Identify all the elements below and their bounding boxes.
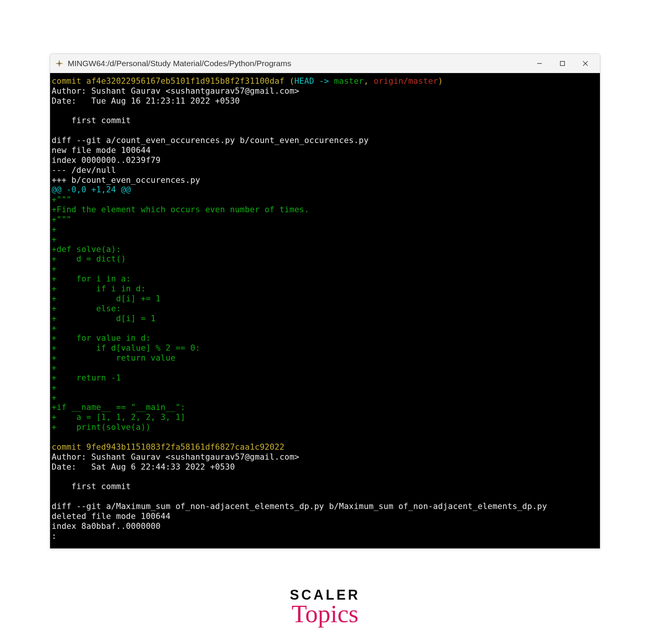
added-line: + <box>52 224 57 234</box>
commit-line: commit af4e32022956167eb5101f1d915b8f2f3… <box>52 76 443 86</box>
window-title: MINGW64:/d/Personal/Study Material/Codes… <box>68 59 291 68</box>
commit-line: commit 9fed943b1151083f2fa58161df6827caa… <box>52 442 284 452</box>
diff-header: diff --git a/count_even_occurences.py b/… <box>52 135 369 145</box>
author-line: Author: Sushant Gaurav <sushantgaurav57@… <box>52 452 299 462</box>
added-line: + else: <box>52 304 121 313</box>
terminal-window: MINGW64:/d/Personal/Study Material/Codes… <box>50 54 600 549</box>
added-line: + print(solve(a)) <box>52 422 151 432</box>
added-line: +""" <box>52 215 72 224</box>
date-line: Date: Tue Aug 16 21:23:11 2022 +0530 <box>52 96 240 106</box>
added-line: + if d[value] % 2 == 0: <box>52 343 200 353</box>
window-controls <box>528 54 597 73</box>
diff-index: index 8a0bbaf..0000000 <box>52 521 161 531</box>
added-line: + <box>52 264 57 273</box>
date-line: Date: Sat Aug 6 22:44:33 2022 +0530 <box>52 462 235 472</box>
maximize-button[interactable] <box>551 54 574 73</box>
added-line: +def solve(a): <box>52 244 121 254</box>
added-line: + return -1 <box>52 373 121 382</box>
added-line: + d[i] = 1 <box>52 314 156 323</box>
diff-hunk: @@ -0,0 +1,24 @@ <box>52 185 131 194</box>
scaler-topics-logo: SCALER Topics <box>290 587 360 628</box>
terminal-output: commit af4e32022956167eb5101f1d915b8f2f3… <box>52 76 598 541</box>
close-button[interactable] <box>574 54 597 73</box>
added-line: + if i in d: <box>52 284 146 293</box>
added-line: + for i in a: <box>52 274 131 283</box>
added-line: +if __name__ == "__main__": <box>52 402 185 412</box>
added-line: + return value <box>52 353 176 363</box>
terminal-body[interactable]: commit af4e32022956167eb5101f1d915b8f2f3… <box>50 73 600 548</box>
pager-prompt: : <box>52 531 57 541</box>
added-line: +Find the element which occurs even numb… <box>52 205 309 214</box>
diff-from: --- /dev/null <box>52 165 116 175</box>
mingw-icon <box>55 59 64 68</box>
added-line: + d[i] += 1 <box>52 294 161 303</box>
minimize-button[interactable] <box>528 54 551 73</box>
diff-mode: deleted file mode 100644 <box>52 511 171 521</box>
commit-message: first commit <box>52 481 131 491</box>
added-line: + a = [1, 1, 2, 2, 3, 1] <box>52 412 185 422</box>
svg-rect-4 <box>561 62 565 66</box>
added-line: +""" <box>52 195 72 204</box>
added-line: + for value in d: <box>52 333 151 343</box>
logo-topics-text: Topics <box>290 599 360 628</box>
window-titlebar: MINGW64:/d/Personal/Study Material/Codes… <box>50 54 600 73</box>
diff-header: diff --git a/Maximum_sum of_non-adjacent… <box>52 501 547 511</box>
titlebar-left: MINGW64:/d/Personal/Study Material/Codes… <box>55 59 291 68</box>
added-line: + <box>52 393 57 402</box>
svg-point-2 <box>58 63 60 64</box>
diff-to: +++ b/count_even_occurences.py <box>52 175 200 185</box>
commit-message: first commit <box>52 115 131 125</box>
added-line: + d = dict() <box>52 254 126 263</box>
added-line: + <box>52 234 57 244</box>
added-line: + <box>52 383 57 392</box>
diff-index: index 0000000..0239f79 <box>52 155 161 165</box>
added-line: + <box>52 323 57 333</box>
author-line: Author: Sushant Gaurav <sushantgaurav57@… <box>52 86 299 96</box>
added-line: + <box>52 363 57 372</box>
diff-mode: new file mode 100644 <box>52 145 151 155</box>
